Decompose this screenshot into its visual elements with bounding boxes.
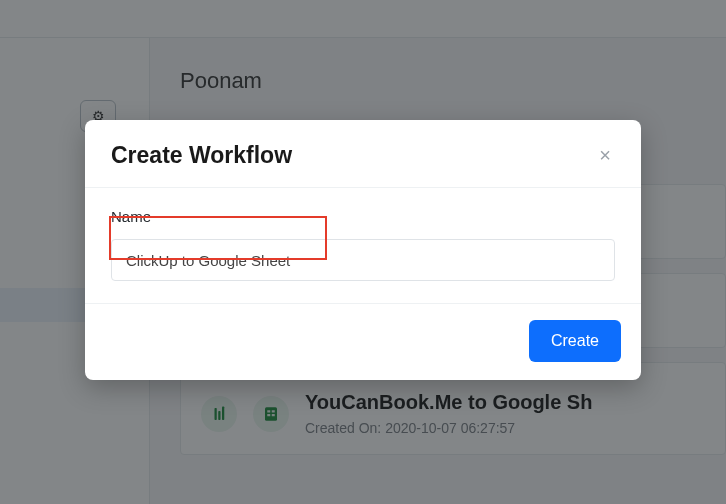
modal-footer: Create <box>85 304 641 380</box>
workflow-name-input[interactable] <box>111 239 615 281</box>
modal-title: Create Workflow <box>111 142 292 169</box>
name-label: Name <box>111 208 615 225</box>
close-button[interactable]: × <box>595 146 615 166</box>
create-workflow-modal: Create Workflow × Name Create <box>85 120 641 380</box>
modal-overlay: Create Workflow × Name Create <box>0 0 726 504</box>
close-icon: × <box>599 144 611 167</box>
modal-body: Name <box>85 188 641 304</box>
modal-header: Create Workflow × <box>85 120 641 188</box>
create-button[interactable]: Create <box>529 320 621 362</box>
